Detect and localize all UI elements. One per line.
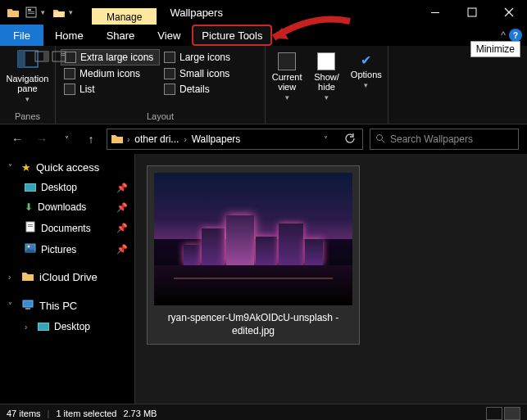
folder-icon <box>111 133 124 147</box>
options-check-icon: ✔ <box>361 52 371 68</box>
address-bar[interactable]: › other dri... › Wallpapers ˅ <box>107 129 363 150</box>
ribbon-body: Navigation pane ▾ Panes Extra large icon… <box>0 46 527 124</box>
forward-button[interactable]: → <box>33 133 51 146</box>
svg-rect-2 <box>28 11 34 12</box>
tab-share[interactable]: Share <box>95 25 147 46</box>
file-pane[interactable]: ryan-spencer-Um9AkOIDcU-unsplash - edite… <box>135 154 527 404</box>
minimize-tooltip: Minimize <box>470 41 520 57</box>
show-hide-button[interactable]: Show/ hide ▾ <box>310 52 343 102</box>
back-button[interactable]: ← <box>8 133 26 146</box>
tab-view[interactable]: View <box>146 25 192 46</box>
tab-home[interactable]: Home <box>43 25 95 46</box>
layout-list[interactable]: List <box>61 82 160 97</box>
layout-large-icons[interactable]: Large icons <box>161 49 260 65</box>
preview-pane-icon[interactable] <box>34 51 49 65</box>
layout-details[interactable]: Details <box>161 82 260 97</box>
maximize-button[interactable] <box>453 0 490 25</box>
chevron-right-icon[interactable]: › <box>8 273 16 282</box>
navigation-bar: ← → ˅ ↑ › other dri... › Wallpapers ˅ Se… <box>0 124 527 154</box>
context-tab-manage[interactable]: Manage <box>92 8 157 25</box>
open-folder-icon <box>51 4 67 20</box>
details-pane-icon[interactable] <box>52 51 66 65</box>
thumbnails-view-toggle[interactable] <box>504 407 520 420</box>
chevron-right-icon[interactable]: › <box>127 135 129 144</box>
close-button[interactable] <box>490 0 527 25</box>
desktop-icon <box>38 323 49 331</box>
file-name: ryan-spencer-Um9AkOIDcU-unsplash - edite… <box>154 312 352 337</box>
sidebar-item-desktop-pc[interactable]: › Desktop <box>0 317 134 336</box>
up-button[interactable]: ↑ <box>82 133 100 146</box>
title-bar: ▾ ▾ Manage Wallpapers <box>0 0 527 25</box>
details-view-toggle[interactable] <box>486 407 502 420</box>
ribbon-group-other: Current view ▾ Show/ hide ▾ ✔ Options ▾ <box>266 46 388 124</box>
help-icon[interactable]: ? <box>509 29 522 42</box>
window-title: Wallpapers <box>170 7 223 19</box>
thumbnail-image <box>154 173 352 305</box>
chevron-down-icon[interactable]: ˅ <box>8 301 16 310</box>
svg-rect-19 <box>23 300 33 307</box>
tab-picture-tools[interactable]: Picture Tools <box>192 25 272 46</box>
refresh-button[interactable] <box>338 133 362 147</box>
sidebar-item-quick-access[interactable]: ˅ ★ Quick access <box>0 157 134 178</box>
layout-small-icons[interactable]: Small icons <box>161 66 260 81</box>
quick-access-toolbar: ▾ ▾ <box>0 4 77 20</box>
sidebar-item-icloud[interactable]: › iCloud Drive <box>0 266 134 288</box>
status-size: 2.73 MB <box>123 409 157 418</box>
pin-icon: 📌 <box>116 244 128 255</box>
layout-extra-large-icons[interactable]: Extra large icons <box>61 49 160 65</box>
minimize-button[interactable] <box>416 0 453 25</box>
downloads-icon: ⬇ <box>25 201 33 213</box>
search-input[interactable]: Search Wallpapers <box>370 129 519 150</box>
sidebar-item-documents[interactable]: Documents 📌 <box>0 217 134 239</box>
svg-rect-20 <box>25 308 30 309</box>
breadcrumb-segment[interactable]: Wallpapers <box>190 133 243 145</box>
svg-rect-10 <box>52 52 66 61</box>
folder-icon <box>5 4 21 20</box>
sidebar-item-desktop[interactable]: Desktop 📌 <box>0 178 134 197</box>
sidebar-item-this-pc[interactable]: ˅ This PC <box>0 295 134 317</box>
svg-point-18 <box>28 246 30 248</box>
chevron-right-icon[interactable]: › <box>184 135 186 144</box>
svg-rect-11 <box>61 53 65 54</box>
tab-file[interactable]: File <box>0 25 43 46</box>
current-view-button[interactable]: Current view ▾ <box>270 52 303 102</box>
current-view-icon <box>278 52 296 70</box>
star-icon: ★ <box>21 161 31 174</box>
svg-point-13 <box>377 134 383 140</box>
search-placeholder: Search Wallpapers <box>390 133 473 145</box>
layout-group-label: Layout <box>61 110 260 124</box>
pin-icon: 📌 <box>116 202 128 213</box>
pc-icon <box>21 299 34 313</box>
ribbon-tabs: File Home Share View Picture Tools ^ ? <box>0 25 527 46</box>
address-dropdown-icon[interactable]: ˅ <box>317 135 334 144</box>
panes-group-label: Panes <box>15 110 40 124</box>
chevron-right-icon[interactable]: › <box>25 323 33 332</box>
svg-rect-9 <box>43 52 48 61</box>
folder-dropdown-icon[interactable]: ▾ <box>69 8 77 16</box>
chevron-down-icon[interactable]: ˅ <box>8 163 16 172</box>
svg-rect-4 <box>431 12 439 13</box>
sidebar-item-pictures[interactable]: Pictures 📌 <box>0 239 134 260</box>
sidebar: ˅ ★ Quick access Desktop 📌 ⬇ Downloads 📌… <box>0 154 135 404</box>
status-item-count: 47 items <box>7 409 41 418</box>
recent-locations-icon[interactable]: ˅ <box>57 135 75 144</box>
svg-rect-5 <box>468 8 476 16</box>
navigation-pane-label: Navigation pane <box>5 74 50 93</box>
file-thumbnail[interactable]: ryan-spencer-Um9AkOIDcU-unsplash - edite… <box>147 165 360 345</box>
pin-icon: 📌 <box>116 183 128 193</box>
ribbon-group-layout: Extra large icons Large icons Medium ico… <box>56 46 266 124</box>
folder-icon <box>21 270 34 284</box>
sidebar-item-downloads[interactable]: ⬇ Downloads 📌 <box>0 197 134 217</box>
svg-rect-12 <box>61 55 65 56</box>
options-button[interactable]: ✔ Options ▾ <box>350 52 383 102</box>
svg-rect-1 <box>28 9 31 11</box>
pin-icon: 📌 <box>116 223 128 233</box>
status-bar: 47 items | 1 item selected 2.73 MB <box>0 404 527 420</box>
collapse-ribbon-icon[interactable]: ^ <box>501 29 506 41</box>
layout-medium-icons[interactable]: Medium icons <box>61 66 160 81</box>
qat-dropdown-icon[interactable]: ▾ <box>41 8 49 16</box>
pictures-icon <box>25 243 36 255</box>
properties-icon[interactable] <box>23 4 39 20</box>
breadcrumb-segment[interactable]: other dri... <box>133 133 180 145</box>
content-area: ˅ ★ Quick access Desktop 📌 ⬇ Downloads 📌… <box>0 154 527 404</box>
